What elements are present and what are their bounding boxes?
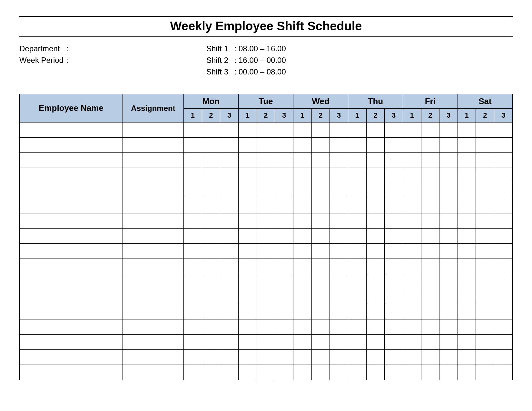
cell-shift[interactable] [458, 304, 476, 319]
cell-shift[interactable] [366, 365, 385, 380]
cell-employee[interactable] [20, 213, 123, 229]
cell-shift[interactable] [385, 335, 403, 350]
cell-shift[interactable] [458, 244, 476, 259]
cell-shift[interactable] [238, 289, 257, 304]
cell-shift[interactable] [220, 350, 239, 365]
cell-shift[interactable] [439, 289, 458, 304]
cell-shift[interactable] [238, 198, 257, 213]
cell-shift[interactable] [458, 350, 476, 365]
cell-shift[interactable] [385, 183, 403, 198]
cell-shift[interactable] [202, 259, 220, 274]
cell-shift[interactable] [311, 335, 330, 350]
cell-shift[interactable] [293, 153, 311, 168]
cell-shift[interactable] [275, 244, 293, 259]
cell-shift[interactable] [385, 198, 403, 213]
cell-shift[interactable] [458, 168, 476, 183]
cell-shift[interactable] [330, 274, 348, 289]
cell-shift[interactable] [348, 335, 366, 350]
cell-shift[interactable] [439, 168, 458, 183]
cell-shift[interactable] [257, 304, 275, 319]
cell-assignment[interactable] [123, 183, 184, 198]
cell-shift[interactable] [476, 244, 494, 259]
cell-shift[interactable] [421, 274, 439, 289]
cell-shift[interactable] [403, 168, 421, 183]
cell-shift[interactable] [385, 244, 403, 259]
cell-shift[interactable] [421, 198, 439, 213]
cell-shift[interactable] [458, 274, 476, 289]
cell-shift[interactable] [275, 198, 293, 213]
cell-shift[interactable] [275, 350, 293, 365]
cell-shift[interactable] [403, 138, 421, 153]
cell-shift[interactable] [275, 138, 293, 153]
cell-shift[interactable] [220, 319, 239, 335]
cell-shift[interactable] [403, 183, 421, 198]
cell-shift[interactable] [293, 289, 311, 304]
cell-shift[interactable] [366, 198, 385, 213]
cell-shift[interactable] [220, 274, 239, 289]
cell-shift[interactable] [183, 229, 202, 244]
cell-shift[interactable] [330, 138, 348, 153]
cell-shift[interactable] [220, 229, 239, 244]
cell-shift[interactable] [439, 244, 458, 259]
cell-shift[interactable] [366, 289, 385, 304]
cell-shift[interactable] [257, 289, 275, 304]
cell-shift[interactable] [494, 274, 513, 289]
cell-shift[interactable] [366, 350, 385, 365]
cell-shift[interactable] [330, 350, 348, 365]
cell-shift[interactable] [330, 198, 348, 213]
cell-shift[interactable] [439, 335, 458, 350]
cell-shift[interactable] [311, 138, 330, 153]
cell-shift[interactable] [421, 183, 439, 198]
cell-employee[interactable] [20, 168, 123, 183]
cell-shift[interactable] [330, 153, 348, 168]
cell-shift[interactable] [220, 304, 239, 319]
cell-shift[interactable] [330, 304, 348, 319]
cell-shift[interactable] [238, 213, 257, 229]
cell-shift[interactable] [348, 138, 366, 153]
cell-shift[interactable] [311, 183, 330, 198]
cell-shift[interactable] [348, 213, 366, 229]
cell-employee[interactable] [20, 138, 123, 153]
cell-shift[interactable] [439, 229, 458, 244]
cell-shift[interactable] [385, 319, 403, 335]
cell-shift[interactable] [458, 122, 476, 138]
cell-shift[interactable] [439, 153, 458, 168]
cell-shift[interactable] [385, 304, 403, 319]
cell-shift[interactable] [238, 335, 257, 350]
cell-shift[interactable] [202, 122, 220, 138]
cell-shift[interactable] [183, 335, 202, 350]
cell-shift[interactable] [403, 304, 421, 319]
cell-shift[interactable] [257, 350, 275, 365]
cell-shift[interactable] [293, 229, 311, 244]
cell-shift[interactable] [293, 335, 311, 350]
cell-shift[interactable] [439, 350, 458, 365]
cell-shift[interactable] [494, 259, 513, 274]
cell-assignment[interactable] [123, 213, 184, 229]
cell-shift[interactable] [421, 304, 439, 319]
cell-shift[interactable] [330, 365, 348, 380]
cell-shift[interactable] [476, 229, 494, 244]
cell-shift[interactable] [311, 304, 330, 319]
cell-assignment[interactable] [123, 168, 184, 183]
cell-shift[interactable] [275, 259, 293, 274]
cell-shift[interactable] [202, 229, 220, 244]
cell-shift[interactable] [275, 335, 293, 350]
cell-shift[interactable] [366, 168, 385, 183]
cell-shift[interactable] [202, 335, 220, 350]
cell-shift[interactable] [220, 244, 239, 259]
cell-shift[interactable] [257, 335, 275, 350]
cell-shift[interactable] [183, 138, 202, 153]
cell-shift[interactable] [311, 153, 330, 168]
cell-shift[interactable] [220, 138, 239, 153]
cell-shift[interactable] [293, 198, 311, 213]
cell-shift[interactable] [238, 350, 257, 365]
cell-shift[interactable] [476, 335, 494, 350]
cell-shift[interactable] [366, 304, 385, 319]
cell-shift[interactable] [257, 244, 275, 259]
cell-shift[interactable] [238, 168, 257, 183]
cell-employee[interactable] [20, 153, 123, 168]
cell-shift[interactable] [275, 229, 293, 244]
cell-shift[interactable] [494, 138, 513, 153]
cell-shift[interactable] [293, 274, 311, 289]
cell-shift[interactable] [366, 138, 385, 153]
